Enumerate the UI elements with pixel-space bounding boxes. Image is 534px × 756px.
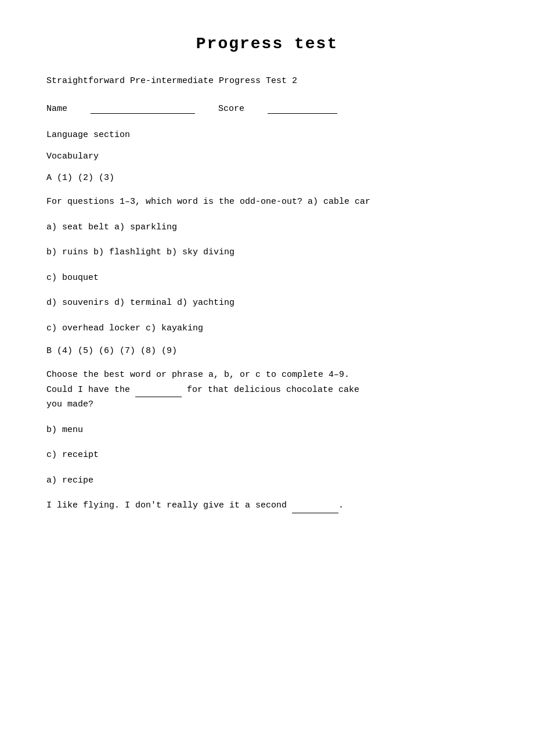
section-b-option-1: c) receipt — [46, 448, 488, 463]
section-b-q1-line2: for that delicious chocolate cake — [187, 385, 359, 395]
page-title: Progress test — [46, 35, 488, 53]
section-a-item-0: a) seat belt a) sparkling — [46, 220, 488, 235]
name-label: Name — [46, 104, 67, 114]
language-section-label: Language section — [46, 130, 488, 140]
section-b-q1-line1: Could I have the — [46, 385, 130, 395]
section-a-item-4: c) overhead locker c) kayaking — [46, 321, 488, 336]
section-b-option-2: a) recipe — [46, 473, 488, 488]
subtitle: Straightforward Pre-intermediate Progres… — [46, 76, 488, 86]
section-b-instruction: Choose the best word or phrase a, b, or … — [46, 368, 488, 412]
section-a-item-2: c) bouquet — [46, 271, 488, 286]
section-b-q2-text: I like flying. I don't really give it a … — [46, 501, 287, 510]
section-a-item-3: d) souvenirs d) terminal d) yachting — [46, 296, 488, 311]
section-b-header: B (4) (5) (6) (7) (8) (9) — [46, 346, 488, 356]
section-b-instruction-text: Choose the best word or phrase a, b, or … — [46, 370, 349, 380]
section-b-q2: I like flying. I don't really give it a … — [46, 498, 488, 513]
period: . — [338, 501, 344, 510]
vocabulary-label: Vocabulary — [46, 152, 488, 161]
section-b-option-0: b) menu — [46, 423, 488, 438]
section-b-q1-line3: you made? — [46, 399, 93, 409]
score-label: Score — [218, 104, 244, 114]
section-b-q2-blank — [292, 503, 338, 513]
score-field — [268, 102, 337, 114]
section-a-instruction: For questions 1–3, which word is the odd… — [46, 195, 488, 210]
section-a-item-1: b) ruins b) flashlight b) sky diving — [46, 245, 488, 260]
section-b-blank — [135, 387, 182, 397]
section-a-header: A (1) (2) (3) — [46, 173, 488, 183]
name-field — [91, 102, 195, 114]
name-score-row: Name Score — [46, 102, 488, 114]
